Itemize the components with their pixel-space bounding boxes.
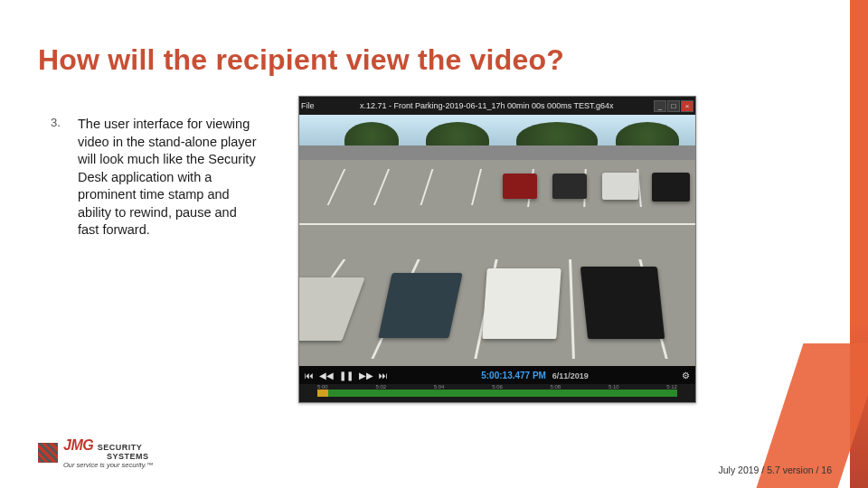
- parking-line: [471, 169, 482, 205]
- list-number: 3.: [51, 116, 63, 239]
- scene-road: [299, 145, 695, 160]
- parking-line: [420, 169, 434, 205]
- scene-car: [299, 277, 365, 341]
- parking-line: [327, 169, 346, 205]
- scene-car: [652, 173, 690, 202]
- pause-button[interactable]: ❚❚: [339, 371, 354, 380]
- video-canvas: x.12.71 - Front Parking: [299, 115, 695, 366]
- parking-line: [569, 259, 575, 359]
- lane-line: [299, 223, 695, 225]
- timestamp-date: 6/11/2019: [552, 371, 589, 380]
- window-titlebar: File x.12.71 - Front Parking-2019-06-11_…: [299, 97, 695, 115]
- skip-back-button[interactable]: ⏮: [305, 371, 314, 380]
- file-menu[interactable]: File: [301, 101, 315, 110]
- control-buttons-row: ⏮ ◀◀ ❚❚ ▶▶ ⏭ 5:00:13.477 PM 6/11/2019 ⚙: [299, 366, 695, 384]
- logo-mark-icon: [38, 443, 58, 463]
- close-button[interactable]: ×: [681, 100, 693, 112]
- player-controls: ⏮ ◀◀ ❚❚ ▶▶ ⏭ 5:00:13.477 PM 6/11/2019 ⚙ …: [299, 366, 695, 402]
- company-logo: JMG SECURITY SYSTEMS Our service is your…: [38, 438, 153, 469]
- scene-parking-lot: [299, 160, 695, 366]
- maximize-button[interactable]: □: [667, 100, 680, 112]
- list-text: The user interface for viewing video in …: [78, 116, 259, 239]
- timeline[interactable]: 5:00 5:02 5:04 5:06 5:08 5:10 5:12: [299, 384, 695, 402]
- logo-line1: SECURITY: [98, 443, 143, 452]
- minimize-button[interactable]: _: [654, 100, 666, 112]
- timestamp-time: 5:00:13.477 PM: [481, 371, 546, 380]
- scene-car: [503, 174, 537, 199]
- rewind-button[interactable]: ◀◀: [319, 371, 334, 380]
- video-player-window: File x.12.71 - Front Parking-2019-06-11_…: [298, 96, 696, 403]
- logo-text: JMG SECURITY SYSTEMS Our service is your…: [63, 438, 153, 469]
- slide-footer: July 2019 / 5.7 version / 16: [719, 465, 833, 475]
- scene-car: [580, 267, 665, 339]
- forward-button[interactable]: ▶▶: [359, 371, 373, 380]
- scene-car: [378, 273, 462, 338]
- logo-brand: JMG: [63, 437, 93, 453]
- scene-car: [552, 174, 587, 199]
- settings-icon[interactable]: ⚙: [682, 371, 690, 380]
- window-buttons: _ □ ×: [654, 100, 693, 112]
- parking-line: [373, 169, 390, 205]
- slide: How will the recipient view the video? 3…: [0, 0, 868, 488]
- playback-timestamp: 5:00:13.477 PM 6/11/2019: [393, 371, 676, 380]
- slide-title: How will the recipient view the video?: [38, 43, 564, 77]
- window-title: x.12.71 - Front Parking-2019-06-11_17h 0…: [320, 101, 654, 110]
- logo-tagline: Our service is your security.™: [63, 462, 153, 469]
- scene-car: [482, 268, 561, 339]
- skip-forward-button[interactable]: ⏭: [379, 371, 388, 380]
- scene-car: [602, 173, 638, 200]
- logo-line2: SYSTEMS: [107, 453, 153, 461]
- body-content: 3. The user interface for viewing video …: [51, 116, 259, 239]
- timeline-track: [317, 389, 677, 397]
